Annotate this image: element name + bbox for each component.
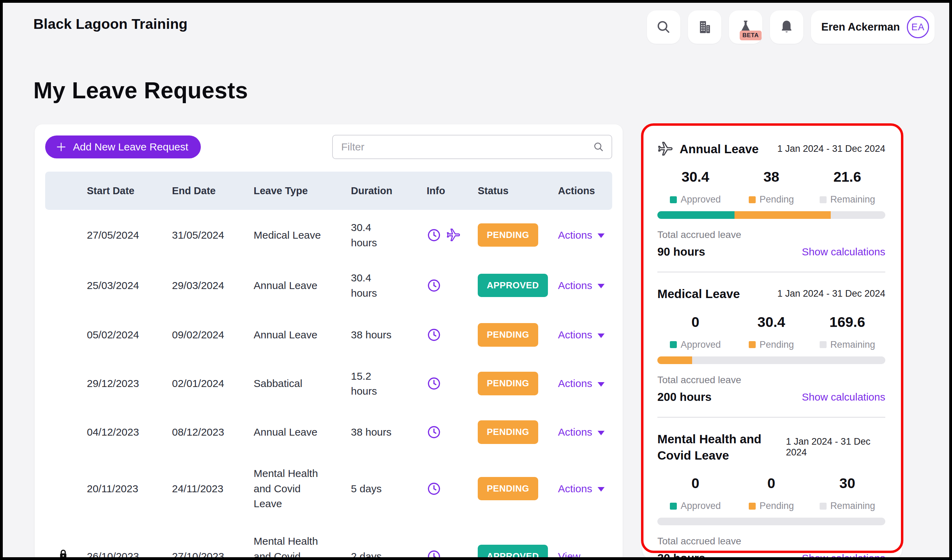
section-period: 1 Jan 2024 - 31 Dec 2024 <box>777 143 885 154</box>
remaining-value: 30 <box>809 475 885 492</box>
user-name: Eren Ackerman <box>821 21 900 33</box>
status-badge: APPROVED <box>478 545 548 560</box>
approved-value: 30.4 <box>657 169 734 185</box>
bell-icon <box>779 19 794 35</box>
actions-cell: Actions <box>539 481 612 497</box>
start-date-cell: 05/02/2024 <box>73 327 153 342</box>
column-header: Start Date <box>73 185 153 197</box>
table-row: 29/12/2023 02/01/2024 Sabbatical 15.2 ho… <box>45 359 612 408</box>
legend-swatch <box>820 503 827 510</box>
page-title: My Leave Requests <box>33 77 248 103</box>
avatar: EA <box>907 16 929 38</box>
search-button[interactable] <box>647 11 680 44</box>
leave-type-cell: Annual Leave <box>233 424 327 440</box>
remaining-value: 169.6 <box>809 314 885 330</box>
show-calculations-link[interactable]: Show calculations <box>802 552 885 559</box>
show-calculations-link[interactable]: Show calculations <box>802 246 885 258</box>
section-divider <box>657 272 885 272</box>
show-calculations-link[interactable]: Show calculations <box>802 391 885 403</box>
column-header: Duration <box>327 185 400 197</box>
end-date-cell: 27/10/2023 <box>153 549 233 560</box>
clock-icon <box>427 228 441 242</box>
actions-dropdown[interactable]: Actions <box>558 424 604 440</box>
actions-dropdown[interactable]: Actions <box>558 278 604 293</box>
column-header: End Date <box>153 185 233 197</box>
end-date-cell: 02/01/2024 <box>153 376 233 391</box>
actions-dropdown[interactable]: Actions <box>558 228 604 243</box>
total-accrued-label: Total accrued leave <box>657 375 885 386</box>
start-date-cell: 29/12/2023 <box>73 376 153 391</box>
user-menu[interactable]: Eren Ackerman EA <box>811 11 935 44</box>
section-title: Annual Leave <box>657 141 759 157</box>
section-title: Medical Leave <box>657 285 740 302</box>
balance-legend: ApprovedPendingRemaining <box>657 194 885 205</box>
labs-button[interactable]: BETA <box>729 11 762 44</box>
organisation-button[interactable] <box>688 11 721 44</box>
caret-down-icon <box>598 431 604 435</box>
column-header: Info <box>400 185 452 197</box>
add-leave-request-button[interactable]: Add New Leave Request <box>45 136 201 159</box>
info-cell <box>400 376 452 391</box>
status-cell: PENDING <box>452 372 539 395</box>
legend-label: Remaining <box>830 501 875 511</box>
table-row: 05/02/2024 09/02/2024 Annual Leave 38 ho… <box>45 310 612 359</box>
caret-down-icon <box>598 487 604 492</box>
topbar-actions: BETA Eren Ackerman EA <box>647 11 935 44</box>
legend-swatch <box>820 341 827 348</box>
status-cell: APPROVED <box>452 545 539 560</box>
status-badge: PENDING <box>478 477 538 501</box>
leave-type-cell: Annual Leave <box>233 278 327 293</box>
clock-icon <box>427 549 441 560</box>
table-toolbar: Add New Leave Request <box>45 135 612 159</box>
status-cell: PENDING <box>452 323 539 347</box>
duration-cell: 2 days <box>327 549 400 560</box>
legend-swatch <box>749 503 756 510</box>
status-cell: PENDING <box>452 477 539 501</box>
status-badge: PENDING <box>478 323 538 347</box>
balance-progress-bar <box>657 356 885 364</box>
table-row: 27/05/2024 31/05/2024 Medical Leave 30.4… <box>45 210 612 260</box>
legend-swatch <box>820 196 827 203</box>
search-icon <box>655 19 672 35</box>
start-date-cell: 25/03/2024 <box>73 278 153 293</box>
end-date-cell: 09/02/2024 <box>153 327 233 342</box>
info-cell <box>400 481 452 496</box>
info-cell <box>400 278 452 293</box>
total-accrued-label: Total accrued leave <box>657 229 885 241</box>
caret-down-icon <box>598 284 604 288</box>
actions-cell: Actions <box>539 228 612 243</box>
table-row: 04/12/2023 08/12/2023 Annual Leave 38 ho… <box>45 408 612 457</box>
actions-dropdown[interactable]: Actions <box>558 327 604 342</box>
notifications-button[interactable] <box>770 11 803 44</box>
filter-input[interactable] <box>332 135 612 159</box>
legend-item: Remaining <box>809 501 885 511</box>
table-row: 20/11/2023 24/11/2023 Mental Health and … <box>45 457 612 521</box>
column-header: Leave Type <box>233 185 327 197</box>
duration-cell: 5 days <box>327 481 400 497</box>
end-date-cell: 24/11/2023 <box>153 481 233 497</box>
column-header: Status <box>452 185 539 197</box>
table-header-row: Start DateEnd DateLeave TypeDurationInfo… <box>45 171 612 210</box>
legend-label: Pending <box>759 194 794 205</box>
section-title: Mental Health and Covid Leave <box>657 431 786 464</box>
actions-dropdown[interactable]: Actions <box>558 481 604 497</box>
legend-label: Pending <box>759 339 794 350</box>
clock-icon <box>427 481 441 496</box>
leave-type-cell: Mental Health and Covid Leave <box>233 466 327 511</box>
view-link[interactable]: View <box>558 549 580 560</box>
duration-cell: 38 hours <box>327 327 400 342</box>
plane-icon <box>657 141 673 157</box>
duration-cell: 30.4 hours <box>327 220 400 250</box>
balance-progress-bar <box>657 518 885 525</box>
actions-dropdown[interactable]: Actions <box>558 376 604 391</box>
legend-item: Approved <box>657 339 734 350</box>
section-period: 1 Jan 2024 - 31 Dec 2024 <box>786 436 885 458</box>
legend-swatch <box>670 196 677 203</box>
section-period: 1 Jan 2024 - 31 Dec 2024 <box>777 288 885 299</box>
pending-value: 38 <box>734 169 810 185</box>
info-cell <box>400 549 452 560</box>
legend-item: Pending <box>734 194 810 205</box>
legend-label: Approved <box>681 194 721 205</box>
legend-item: Approved <box>657 194 734 205</box>
lock-icon <box>57 548 70 560</box>
